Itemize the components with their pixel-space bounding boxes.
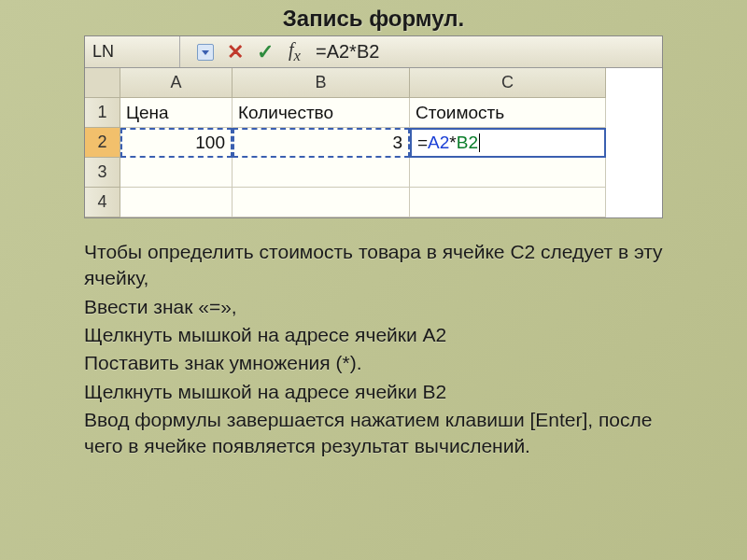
- row-header-2[interactable]: 2: [85, 128, 120, 158]
- formula-bar-controls: ✕ ✓ fx =A2*B2: [180, 39, 379, 65]
- cell-c1[interactable]: Стоимость: [410, 98, 606, 128]
- row-header-1[interactable]: 1: [85, 98, 120, 128]
- body-line-4: Поставить знак умножения (*).: [84, 350, 663, 376]
- cell-b3[interactable]: [233, 158, 410, 188]
- text-cursor: [479, 133, 480, 152]
- body-line-2: Ввести знак «=»,: [84, 294, 663, 320]
- cancel-icon[interactable]: ✕: [221, 40, 249, 64]
- formula-equals: =: [417, 133, 428, 153]
- formula-bar-input[interactable]: =A2*B2: [310, 41, 379, 63]
- cell-a3[interactable]: [120, 158, 233, 188]
- cell-b4[interactable]: [233, 188, 410, 217]
- col-header-a[interactable]: A: [120, 68, 233, 98]
- cell-c2[interactable]: =A2*B2: [410, 128, 606, 158]
- row-header-3[interactable]: 3: [85, 158, 120, 188]
- formula-bar: LN ✕ ✓ fx =A2*B2: [85, 36, 662, 68]
- formula-ref-a2: A2: [428, 133, 449, 153]
- cell-c4[interactable]: [410, 188, 606, 217]
- formula-ref-b2: B2: [457, 133, 478, 153]
- cell-a2[interactable]: 100: [120, 128, 233, 158]
- slide-title: Запись формул.: [0, 0, 747, 35]
- enter-icon[interactable]: ✓: [251, 40, 279, 64]
- body-line-1: Чтобы определить стоимость товара в ячей…: [84, 239, 663, 292]
- body-line-6: Ввод формулы завершается нажатием клавиш…: [84, 407, 663, 460]
- col-header-b[interactable]: B: [233, 68, 410, 98]
- name-box[interactable]: LN: [85, 36, 180, 67]
- body-text: Чтобы определить стоимость товара в ячей…: [0, 218, 747, 460]
- excel-screenshot: LN ✕ ✓ fx =A2*B2 A B C 1 Цена Количество…: [84, 35, 663, 218]
- spreadsheet-grid: A B C 1 Цена Количество Стоимость 2 100 …: [85, 68, 662, 217]
- formula-operator: *: [449, 133, 456, 153]
- body-line-5: Щелкнуть мышкой на адресе ячейки В2: [84, 379, 663, 405]
- cell-b2[interactable]: 3: [233, 128, 410, 158]
- cell-a1[interactable]: Цена: [120, 98, 233, 128]
- row-header-4[interactable]: 4: [85, 188, 120, 217]
- cell-b1[interactable]: Количество: [233, 98, 410, 128]
- fx-icon[interactable]: fx: [281, 39, 308, 65]
- dropdown-icon[interactable]: [197, 44, 214, 61]
- cell-a4[interactable]: [120, 188, 233, 217]
- body-line-3: Щелкнуть мышкой на адресе ячейки А2: [84, 322, 663, 348]
- cell-c3[interactable]: [410, 158, 606, 188]
- select-all-corner[interactable]: [85, 68, 120, 98]
- col-header-c[interactable]: C: [410, 68, 606, 98]
